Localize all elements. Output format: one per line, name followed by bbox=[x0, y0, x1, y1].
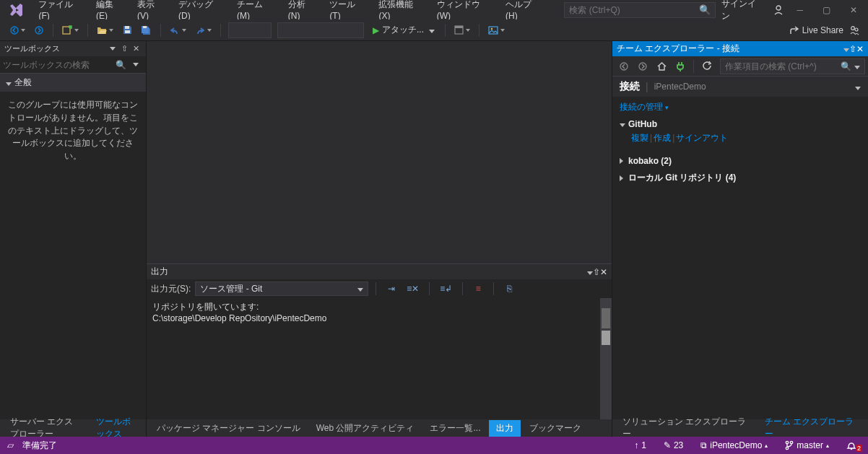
nav-back-button[interactable] bbox=[7, 22, 28, 38]
status-ready: 準備完了 bbox=[22, 440, 57, 452]
output-clear-button[interactable]: ≡✕ bbox=[404, 281, 422, 297]
panel-options-icon[interactable] bbox=[107, 43, 118, 55]
solution-platform-combo[interactable] bbox=[277, 22, 364, 38]
tab-package-manager-console[interactable]: パッケージ マネージャー コンソール bbox=[149, 420, 308, 437]
github-actions: 複製|作成|サインアウト bbox=[631, 132, 861, 144]
github-create-link[interactable]: 作成 bbox=[654, 133, 671, 143]
status-bar: ▱ 準備完了 ↑ 1 ✎ 23 ⧉ iPentecDemo ▴ master ▴… bbox=[0, 437, 868, 454]
output-source-value: ソース管理 - Git bbox=[200, 283, 262, 295]
document-well bbox=[147, 41, 612, 263]
output-scrollbar[interactable] bbox=[600, 298, 612, 419]
nav-forward-button[interactable] bbox=[634, 58, 651, 74]
pin-icon[interactable]: ⇧ bbox=[593, 267, 600, 277]
menu-bar: ファイル(F) 編集(E) 表示(V) デバッグ(D) チーム(M) 分析(N)… bbox=[0, 0, 868, 19]
visual-studio-logo-icon bbox=[7, 1, 24, 19]
chevron-down-icon bbox=[429, 25, 435, 35]
browse-button[interactable] bbox=[451, 22, 473, 38]
search-icon[interactable]: 🔍 bbox=[111, 60, 126, 70]
quick-search[interactable]: 🔍 bbox=[564, 2, 716, 18]
scrollbar-thumb[interactable] bbox=[602, 308, 610, 328]
status-pending-count: 23 bbox=[674, 440, 683, 450]
status-push-button[interactable]: ↑ 1 bbox=[630, 440, 651, 450]
status-notifications-button[interactable]: 2 bbox=[842, 440, 861, 450]
work-item-search-input[interactable] bbox=[725, 61, 841, 71]
kobako-label: kobako (2) bbox=[628, 156, 672, 166]
status-branch-button[interactable]: master ▴ bbox=[781, 440, 833, 450]
attach-debugger-button[interactable]: ▶ アタッチ... bbox=[368, 24, 439, 36]
output-toolbar: 出力元(S): ソース管理 - Git ⇥ ≡✕ ≡↲ ≡ ⎘ bbox=[147, 279, 612, 298]
live-share-button[interactable]: Live Share bbox=[789, 25, 843, 35]
open-file-button[interactable] bbox=[94, 22, 116, 38]
window-maximize-button[interactable]: ▢ bbox=[816, 2, 837, 18]
tab-error-list[interactable]: エラー一覧... bbox=[422, 420, 487, 437]
scrollbar-thumb[interactable] bbox=[602, 331, 610, 345]
tab-bookmarks[interactable]: ブックマーク bbox=[522, 420, 589, 437]
toolbox-title: ツールボックス bbox=[4, 43, 60, 54]
chevron-down-icon[interactable] bbox=[855, 81, 861, 92]
output-title: 出力 bbox=[151, 266, 168, 278]
chevron-down-icon[interactable] bbox=[129, 63, 143, 66]
output-toggle-button[interactable]: ⎘ bbox=[501, 281, 517, 297]
panel-options-icon[interactable] bbox=[843, 44, 849, 54]
nav-refresh-button[interactable] bbox=[698, 58, 716, 74]
manage-connections-link[interactable]: 接続の管理 bbox=[620, 102, 669, 112]
svg-rect-4 bbox=[125, 26, 129, 29]
github-signout-link[interactable]: サインアウト bbox=[676, 133, 728, 143]
output-wrap-button[interactable]: ≡↲ bbox=[437, 281, 455, 297]
kobako-section[interactable]: kobako (2) bbox=[620, 156, 861, 166]
svg-point-2 bbox=[35, 27, 43, 34]
toolbox-search-input[interactable] bbox=[3, 60, 111, 70]
svg-point-12 bbox=[855, 28, 858, 31]
window-close-button[interactable]: ✕ bbox=[843, 2, 864, 18]
chevron-down-icon[interactable] bbox=[854, 61, 860, 71]
feedback-icon[interactable] bbox=[849, 25, 859, 35]
nav-back-button[interactable] bbox=[615, 58, 633, 74]
status-notification-count: 2 bbox=[856, 445, 862, 452]
image-button[interactable] bbox=[485, 22, 508, 38]
toolbox-group-general[interactable]: 全般 bbox=[0, 74, 146, 92]
chevron-up-icon: ▴ bbox=[826, 442, 829, 449]
connect-label: 接続 bbox=[620, 80, 640, 93]
github-section[interactable]: GitHub bbox=[620, 119, 861, 129]
user-icon[interactable] bbox=[773, 5, 784, 15]
close-icon[interactable]: ✕ bbox=[130, 43, 142, 55]
window-mode-icon[interactable]: ▱ bbox=[7, 440, 14, 450]
pin-icon[interactable]: ⇧ bbox=[118, 43, 130, 55]
panel-options-icon[interactable] bbox=[587, 267, 593, 277]
status-pending-changes-button[interactable]: ✎ 23 bbox=[659, 440, 687, 450]
nav-connect-button[interactable] bbox=[672, 58, 689, 74]
redo-button[interactable] bbox=[192, 22, 214, 38]
center-panel: 出力 ⇧ ✕ 出力元(S): ソース管理 - Git ⇥ ≡✕ ≡↲ ≡ bbox=[147, 41, 612, 437]
close-icon[interactable]: ✕ bbox=[856, 44, 864, 54]
save-all-button[interactable] bbox=[138, 22, 155, 38]
toolbox-search[interactable]: 🔍 bbox=[0, 56, 146, 74]
save-button[interactable] bbox=[119, 22, 135, 38]
output-text[interactable]: リポジトリを開いています: C:\storage\Develop RepOsit… bbox=[147, 298, 600, 419]
chevron-up-icon: ▴ bbox=[765, 442, 768, 449]
github-clone-link[interactable]: 複製 bbox=[631, 133, 648, 143]
undo-button[interactable] bbox=[167, 22, 189, 38]
nav-home-button[interactable] bbox=[653, 58, 670, 74]
output-list-button[interactable]: ≡ bbox=[470, 281, 486, 297]
output-source-combo[interactable]: ソース管理 - Git bbox=[195, 281, 368, 296]
svg-point-10 bbox=[491, 27, 493, 30]
search-icon[interactable]: 🔍 bbox=[841, 61, 851, 71]
new-project-button[interactable] bbox=[59, 22, 82, 38]
local-git-section[interactable]: ローカル Git リポジトリ (4) bbox=[620, 172, 861, 184]
status-repo-button[interactable]: ⧉ iPentecDemo ▴ bbox=[696, 440, 772, 450]
svg-point-1 bbox=[11, 27, 18, 34]
toolbox-panel: ツールボックス ⇧ ✕ 🔍 全般 このグループには使用可能なコントロールがありま… bbox=[0, 41, 147, 437]
tab-output[interactable]: 出力 bbox=[489, 420, 521, 437]
work-item-search[interactable]: 🔍 bbox=[720, 58, 865, 74]
output-find-button[interactable]: ⇥ bbox=[383, 281, 399, 297]
tab-web-publish[interactable]: Web 公開アクティビティ bbox=[309, 420, 422, 437]
pin-icon[interactable]: ⇧ bbox=[849, 44, 856, 54]
nav-forward-button[interactable] bbox=[31, 22, 47, 38]
window-minimize-button[interactable]: ─ bbox=[789, 2, 810, 18]
solution-config-combo[interactable] bbox=[228, 22, 272, 38]
connect-section-header[interactable]: 接続 | iPentecDemo bbox=[612, 77, 868, 97]
play-icon: ▶ bbox=[373, 25, 379, 35]
close-icon[interactable]: ✕ bbox=[600, 267, 607, 277]
quick-search-input[interactable] bbox=[569, 5, 699, 15]
chevron-down-icon bbox=[6, 78, 12, 88]
